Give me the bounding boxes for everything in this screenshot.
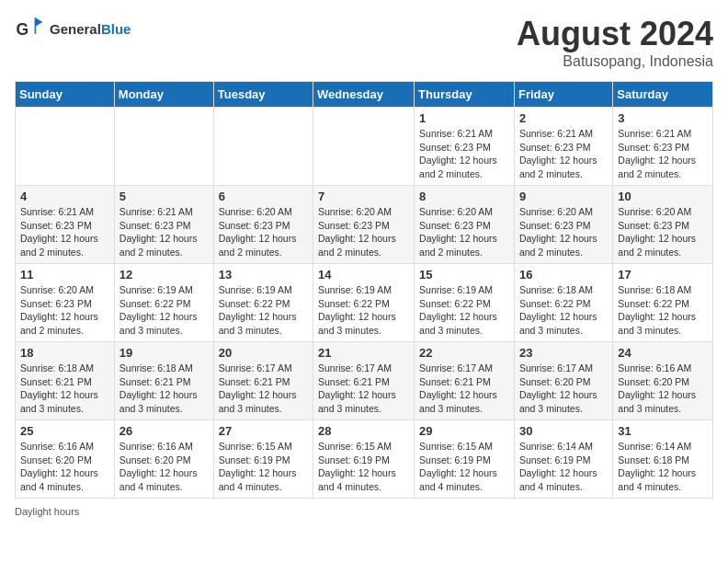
day-info: Sunrise: 6:16 AMSunset: 6:20 PMDaylight:… (20, 440, 109, 494)
day-number: 8 (419, 190, 509, 203)
day-number: 21 (318, 346, 409, 360)
day-info: Sunrise: 6:19 AMSunset: 6:22 PMDaylight:… (219, 283, 308, 338)
day-number: 19 (119, 346, 209, 360)
calendar-cell: 12Sunrise: 6:19 AMSunset: 6:22 PMDayligh… (114, 264, 213, 342)
calendar-cell: 21Sunrise: 6:17 AMSunset: 6:21 PMDayligh… (313, 342, 415, 420)
day-number: 11 (20, 268, 109, 282)
day-number: 27 (219, 424, 308, 438)
day-number: 26 (119, 424, 209, 438)
day-header-tuesday: Tuesday (213, 82, 313, 108)
calendar-cell: 5Sunrise: 6:21 AMSunset: 6:23 PMDaylight… (114, 186, 213, 264)
day-info: Sunrise: 6:19 AMSunset: 6:22 PMDaylight:… (318, 283, 409, 338)
calendar-cell: 20Sunrise: 6:17 AMSunset: 6:21 PMDayligh… (213, 342, 313, 420)
calendar-cell: 15Sunrise: 6:19 AMSunset: 6:22 PMDayligh… (415, 264, 515, 342)
day-number: 1 (419, 111, 509, 125)
calendar-cell: 29Sunrise: 6:15 AMSunset: 6:19 PMDayligh… (415, 420, 515, 499)
calendar-cell: 7Sunrise: 6:20 AMSunset: 6:23 PMDaylight… (313, 186, 415, 264)
logo-line2: Blue (101, 21, 131, 37)
day-number: 28 (318, 424, 409, 438)
daylight-hours-label: Daylight hours (15, 506, 79, 517)
svg-rect-3 (35, 17, 37, 34)
day-number: 16 (519, 268, 608, 282)
day-info: Sunrise: 6:18 AMSunset: 6:21 PMDaylight:… (119, 362, 209, 416)
day-info: Sunrise: 6:14 AMSunset: 6:18 PMDaylight:… (618, 440, 708, 494)
calendar-cell (16, 108, 115, 186)
svg-text:G: G (17, 20, 29, 39)
day-info: Sunrise: 6:18 AMSunset: 6:22 PMDaylight:… (618, 283, 708, 338)
day-info: Sunrise: 6:16 AMSunset: 6:20 PMDaylight:… (119, 440, 209, 494)
day-info: Sunrise: 6:20 AMSunset: 6:23 PMDaylight:… (219, 205, 308, 259)
calendar-cell: 31Sunrise: 6:14 AMSunset: 6:18 PMDayligh… (613, 420, 713, 499)
day-number: 7 (318, 190, 409, 203)
day-header-wednesday: Wednesday (313, 82, 415, 108)
day-info: Sunrise: 6:18 AMSunset: 6:21 PMDaylight:… (20, 362, 109, 416)
calendar-cell: 23Sunrise: 6:17 AMSunset: 6:20 PMDayligh… (514, 342, 612, 420)
day-number: 20 (219, 346, 308, 360)
week-row-4: 18Sunrise: 6:18 AMSunset: 6:21 PMDayligh… (16, 342, 713, 420)
week-row-3: 11Sunrise: 6:20 AMSunset: 6:23 PMDayligh… (16, 264, 713, 342)
header: G GeneralBlue August 2024 Batusopang, In… (15, 15, 713, 70)
day-number: 18 (20, 346, 109, 360)
day-number: 14 (318, 268, 409, 282)
calendar-cell: 25Sunrise: 6:16 AMSunset: 6:20 PMDayligh… (16, 420, 115, 499)
calendar-cell: 18Sunrise: 6:18 AMSunset: 6:21 PMDayligh… (16, 342, 115, 420)
day-info: Sunrise: 6:21 AMSunset: 6:23 PMDaylight:… (519, 127, 608, 181)
day-number: 24 (618, 346, 708, 360)
logo-icon: G (15, 15, 44, 44)
calendar-cell: 27Sunrise: 6:15 AMSunset: 6:19 PMDayligh… (213, 420, 313, 499)
calendar-cell: 11Sunrise: 6:20 AMSunset: 6:23 PMDayligh… (16, 264, 115, 342)
day-header-friday: Friday (514, 82, 612, 108)
calendar-cell: 2Sunrise: 6:21 AMSunset: 6:23 PMDaylight… (514, 108, 612, 186)
day-number: 29 (419, 424, 509, 438)
month-year: August 2024 (517, 15, 713, 53)
calendar-cell: 16Sunrise: 6:18 AMSunset: 6:22 PMDayligh… (514, 264, 612, 342)
day-number: 31 (618, 424, 708, 438)
day-header-sunday: Sunday (16, 82, 115, 108)
week-row-1: 1Sunrise: 6:21 AMSunset: 6:23 PMDaylight… (16, 108, 713, 186)
day-number: 17 (618, 268, 708, 282)
day-info: Sunrise: 6:20 AMSunset: 6:23 PMDaylight:… (20, 283, 109, 338)
day-number: 23 (519, 346, 608, 360)
day-info: Sunrise: 6:17 AMSunset: 6:21 PMDaylight:… (318, 362, 409, 416)
day-number: 22 (419, 346, 509, 360)
day-info: Sunrise: 6:20 AMSunset: 6:23 PMDaylight:… (318, 205, 409, 259)
calendar-cell (114, 108, 213, 186)
day-info: Sunrise: 6:20 AMSunset: 6:23 PMDaylight:… (419, 205, 509, 259)
week-row-2: 4Sunrise: 6:21 AMSunset: 6:23 PMDaylight… (16, 186, 713, 264)
day-number: 30 (519, 424, 608, 438)
day-header-monday: Monday (114, 82, 213, 108)
day-number: 25 (20, 424, 109, 438)
location: Batusopang, Indonesia (517, 53, 713, 70)
title-area: August 2024 Batusopang, Indonesia (517, 15, 713, 70)
calendar-cell: 1Sunrise: 6:21 AMSunset: 6:23 PMDaylight… (415, 108, 515, 186)
day-info: Sunrise: 6:21 AMSunset: 6:23 PMDaylight:… (119, 205, 209, 259)
calendar-header: SundayMondayTuesdayWednesdayThursdayFrid… (16, 82, 713, 108)
calendar-cell: 17Sunrise: 6:18 AMSunset: 6:22 PMDayligh… (613, 264, 713, 342)
day-info: Sunrise: 6:21 AMSunset: 6:23 PMDaylight:… (618, 127, 708, 181)
calendar-cell: 8Sunrise: 6:20 AMSunset: 6:23 PMDaylight… (415, 186, 515, 264)
day-info: Sunrise: 6:15 AMSunset: 6:19 PMDaylight:… (219, 440, 308, 494)
day-number: 12 (119, 268, 209, 282)
calendar-cell (313, 108, 415, 186)
day-info: Sunrise: 6:20 AMSunset: 6:23 PMDaylight:… (618, 205, 708, 259)
logo-line1: General (50, 21, 101, 37)
day-info: Sunrise: 6:19 AMSunset: 6:22 PMDaylight:… (419, 283, 509, 338)
day-number: 9 (519, 190, 608, 203)
day-number: 13 (219, 268, 308, 282)
calendar-cell: 9Sunrise: 6:20 AMSunset: 6:23 PMDaylight… (514, 186, 612, 264)
calendar-cell: 3Sunrise: 6:21 AMSunset: 6:23 PMDaylight… (613, 108, 713, 186)
day-info: Sunrise: 6:21 AMSunset: 6:23 PMDaylight:… (20, 205, 109, 259)
day-info: Sunrise: 6:17 AMSunset: 6:20 PMDaylight:… (519, 362, 608, 416)
day-info: Sunrise: 6:15 AMSunset: 6:19 PMDaylight:… (318, 440, 409, 494)
logo: G GeneralBlue (15, 15, 131, 44)
footer: Daylight hours (15, 506, 713, 517)
day-number: 10 (618, 190, 708, 203)
calendar-cell: 26Sunrise: 6:16 AMSunset: 6:20 PMDayligh… (114, 420, 213, 499)
calendar-cell: 30Sunrise: 6:14 AMSunset: 6:19 PMDayligh… (514, 420, 612, 499)
calendar-cell: 6Sunrise: 6:20 AMSunset: 6:23 PMDaylight… (213, 186, 313, 264)
day-info: Sunrise: 6:20 AMSunset: 6:23 PMDaylight:… (519, 205, 608, 259)
calendar-cell: 22Sunrise: 6:17 AMSunset: 6:21 PMDayligh… (415, 342, 515, 420)
day-number: 4 (20, 190, 109, 203)
day-header-thursday: Thursday (415, 82, 515, 108)
calendar-cell: 24Sunrise: 6:16 AMSunset: 6:20 PMDayligh… (613, 342, 713, 420)
